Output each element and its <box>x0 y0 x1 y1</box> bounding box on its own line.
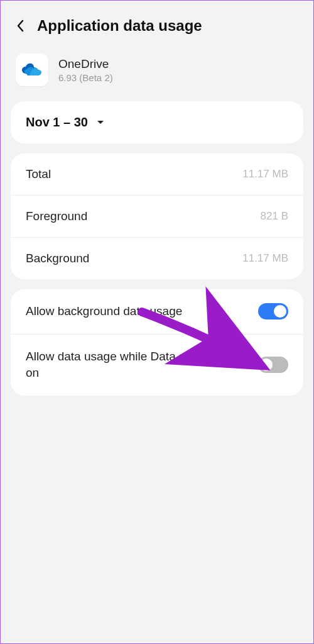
date-range-selector[interactable]: Nov 1 – 30 <box>26 115 288 130</box>
onedrive-cloud-icon <box>21 62 43 77</box>
date-range-card: Nov 1 – 30 <box>11 101 303 143</box>
stat-value: 11.17 MB <box>242 168 288 180</box>
header: Application data usage <box>1 1 313 50</box>
toggle-label: Allow data usage while Data saver is on <box>26 348 227 382</box>
toggle-row-background-data: Allow background data usage <box>11 289 303 335</box>
toggle-allow-data-saver[interactable] <box>258 357 288 373</box>
stat-value: 11.17 MB <box>242 252 288 265</box>
stat-row-background: Background 11.17 MB <box>11 238 303 279</box>
toggle-allow-background-data[interactable] <box>258 303 288 319</box>
app-icon <box>16 53 48 86</box>
app-name: OneDrive <box>58 57 113 71</box>
stat-row-foreground: Foreground 821 B <box>11 196 303 238</box>
toggle-row-data-saver: Allow data usage while Data saver is on <box>11 335 303 396</box>
stat-row-total: Total 11.17 MB <box>11 153 303 196</box>
usage-stats-card: Total 11.17 MB Foreground 821 B Backgrou… <box>11 153 303 279</box>
page-title: Application data usage <box>37 17 202 35</box>
stat-label: Total <box>26 167 51 181</box>
toggles-card: Allow background data usage Allow data u… <box>11 289 303 396</box>
toggle-label: Allow background data usage <box>26 303 182 320</box>
chevron-down-icon <box>97 120 104 125</box>
back-icon[interactable] <box>16 18 26 33</box>
stat-label: Background <box>26 252 89 265</box>
date-range-label: Nov 1 – 30 <box>26 115 88 130</box>
stat-label: Foreground <box>26 209 87 223</box>
stat-value: 821 B <box>261 210 288 223</box>
app-version: 6.93 (Beta 2) <box>58 72 113 83</box>
app-info: OneDrive 6.93 (Beta 2) <box>1 50 313 101</box>
